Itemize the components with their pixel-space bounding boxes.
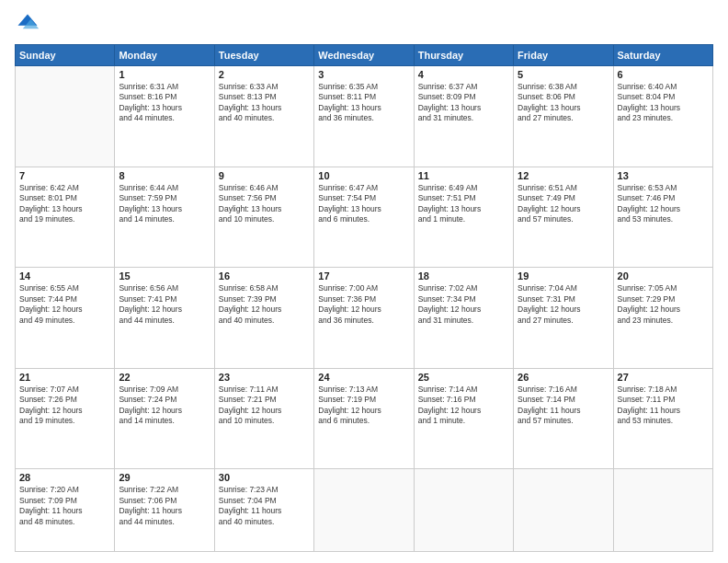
table-cell: 28Sunrise: 7:20 AMSunset: 7:09 PMDayligh…: [16, 469, 115, 552]
table-cell: [613, 469, 712, 552]
table-cell: 1Sunrise: 6:31 AMSunset: 8:16 PMDaylight…: [115, 66, 214, 167]
day-number: 6: [618, 69, 709, 80]
table-cell: 9Sunrise: 6:46 AMSunset: 7:56 PMDaylight…: [214, 167, 313, 268]
cell-content: Sunrise: 6:55 AMSunset: 7:44 PMDaylight:…: [19, 283, 110, 326]
cell-content: Sunrise: 6:53 AMSunset: 7:46 PMDaylight:…: [618, 183, 709, 225]
day-number: 5: [518, 69, 609, 80]
table-cell: 21Sunrise: 7:07 AMSunset: 7:26 PMDayligh…: [16, 368, 115, 469]
day-number: 7: [19, 170, 110, 181]
cell-content: Sunrise: 6:58 AMSunset: 7:39 PMDaylight:…: [219, 283, 310, 326]
day-number: 25: [418, 372, 509, 383]
page: Sunday Monday Tuesday Wednesday Thursday…: [0, 0, 728, 563]
day-number: 30: [219, 472, 310, 483]
day-number: 2: [219, 69, 310, 80]
day-number: 10: [318, 170, 409, 181]
day-number: 28: [19, 472, 110, 483]
day-number: 19: [518, 270, 609, 282]
table-cell: 7Sunrise: 6:42 AMSunset: 8:01 PMDaylight…: [16, 167, 115, 268]
table-cell: 26Sunrise: 7:16 AMSunset: 7:14 PMDayligh…: [514, 368, 613, 469]
table-cell: 18Sunrise: 7:02 AMSunset: 7:34 PMDayligh…: [414, 268, 513, 369]
table-cell: 29Sunrise: 7:22 AMSunset: 7:06 PMDayligh…: [115, 469, 214, 552]
table-cell: 20Sunrise: 7:05 AMSunset: 7:29 PMDayligh…: [613, 268, 712, 369]
cell-content: Sunrise: 6:47 AMSunset: 7:54 PMDaylight:…: [318, 183, 409, 225]
day-number: 18: [418, 270, 509, 282]
day-number: 20: [618, 270, 709, 282]
cell-content: Sunrise: 7:20 AMSunset: 7:09 PMDaylight:…: [19, 485, 110, 527]
cell-content: Sunrise: 7:04 AMSunset: 7:31 PMDaylight:…: [518, 283, 609, 326]
table-cell: 24Sunrise: 7:13 AMSunset: 7:19 PMDayligh…: [314, 368, 414, 469]
cell-content: Sunrise: 7:07 AMSunset: 7:26 PMDaylight:…: [19, 385, 110, 427]
col-sunday: Sunday: [16, 45, 115, 66]
cell-content: Sunrise: 6:38 AMSunset: 8:06 PMDaylight:…: [518, 82, 609, 124]
cell-content: Sunrise: 7:00 AMSunset: 7:36 PMDaylight:…: [318, 283, 409, 326]
day-number: 1: [119, 69, 210, 80]
cell-content: Sunrise: 6:56 AMSunset: 7:41 PMDaylight:…: [119, 283, 210, 326]
table-cell: 23Sunrise: 7:11 AMSunset: 7:21 PMDayligh…: [214, 368, 313, 469]
day-number: 9: [219, 170, 310, 181]
col-friday: Friday: [514, 45, 613, 66]
table-cell: [16, 66, 115, 167]
cell-content: Sunrise: 6:46 AMSunset: 7:56 PMDaylight:…: [219, 183, 310, 225]
table-cell: 2Sunrise: 6:33 AMSunset: 8:13 PMDaylight…: [214, 66, 313, 167]
cell-content: Sunrise: 6:33 AMSunset: 8:13 PMDaylight:…: [219, 82, 310, 124]
table-cell: 25Sunrise: 7:14 AMSunset: 7:16 PMDayligh…: [414, 368, 513, 469]
day-number: 12: [518, 170, 609, 181]
table-cell: 22Sunrise: 7:09 AMSunset: 7:24 PMDayligh…: [115, 368, 214, 469]
col-saturday: Saturday: [613, 45, 712, 66]
day-number: 13: [618, 170, 709, 181]
col-thursday: Thursday: [414, 45, 513, 66]
table-cell: 6Sunrise: 6:40 AMSunset: 8:04 PMDaylight…: [613, 66, 712, 167]
day-number: 26: [518, 372, 609, 383]
cell-content: Sunrise: 7:22 AMSunset: 7:06 PMDaylight:…: [119, 485, 210, 527]
day-number: 3: [318, 69, 409, 80]
day-number: 17: [318, 270, 409, 282]
table-cell: 17Sunrise: 7:00 AMSunset: 7:36 PMDayligh…: [314, 268, 414, 369]
day-number: 8: [119, 170, 210, 181]
day-number: 11: [418, 170, 509, 181]
cell-content: Sunrise: 6:40 AMSunset: 8:04 PMDaylight:…: [618, 82, 709, 124]
table-cell: 16Sunrise: 6:58 AMSunset: 7:39 PMDayligh…: [214, 268, 313, 369]
table-cell: 4Sunrise: 6:37 AMSunset: 8:09 PMDaylight…: [414, 66, 513, 167]
cell-content: Sunrise: 7:11 AMSunset: 7:21 PMDaylight:…: [219, 385, 310, 427]
logo: [15, 11, 44, 37]
col-wednesday: Wednesday: [314, 45, 414, 66]
day-number: 4: [418, 69, 509, 80]
table-cell: 19Sunrise: 7:04 AMSunset: 7:31 PMDayligh…: [514, 268, 613, 369]
cell-content: Sunrise: 6:51 AMSunset: 7:49 PMDaylight:…: [518, 183, 609, 225]
cell-content: Sunrise: 6:49 AMSunset: 7:51 PMDaylight:…: [418, 183, 509, 225]
table-cell: [414, 469, 513, 552]
cell-content: Sunrise: 6:35 AMSunset: 8:11 PMDaylight:…: [318, 82, 409, 124]
header-row: Sunday Monday Tuesday Wednesday Thursday…: [16, 45, 713, 66]
day-number: 14: [19, 270, 110, 282]
cell-content: Sunrise: 7:16 AMSunset: 7:14 PMDaylight:…: [518, 385, 609, 427]
cell-content: Sunrise: 6:37 AMSunset: 8:09 PMDaylight:…: [418, 82, 509, 124]
table-cell: 3Sunrise: 6:35 AMSunset: 8:11 PMDaylight…: [314, 66, 414, 167]
cell-content: Sunrise: 6:42 AMSunset: 8:01 PMDaylight:…: [19, 183, 110, 225]
col-tuesday: Tuesday: [214, 45, 313, 66]
cell-content: Sunrise: 7:18 AMSunset: 7:11 PMDaylight:…: [618, 385, 709, 427]
day-number: 22: [119, 372, 210, 383]
table-cell: 13Sunrise: 6:53 AMSunset: 7:46 PMDayligh…: [613, 167, 712, 268]
day-number: 27: [618, 372, 709, 383]
cell-content: Sunrise: 6:31 AMSunset: 8:16 PMDaylight:…: [119, 82, 210, 124]
table-cell: 10Sunrise: 6:47 AMSunset: 7:54 PMDayligh…: [314, 167, 414, 268]
cell-content: Sunrise: 7:14 AMSunset: 7:16 PMDaylight:…: [418, 385, 509, 427]
header: [15, 11, 713, 37]
table-cell: 12Sunrise: 6:51 AMSunset: 7:49 PMDayligh…: [514, 167, 613, 268]
table-cell: 8Sunrise: 6:44 AMSunset: 7:59 PMDaylight…: [115, 167, 214, 268]
cell-content: Sunrise: 7:13 AMSunset: 7:19 PMDaylight:…: [318, 385, 409, 427]
day-number: 24: [318, 372, 409, 383]
table-cell: [514, 469, 613, 552]
cell-content: Sunrise: 7:09 AMSunset: 7:24 PMDaylight:…: [119, 385, 210, 427]
table-cell: 15Sunrise: 6:56 AMSunset: 7:41 PMDayligh…: [115, 268, 214, 369]
day-number: 23: [219, 372, 310, 383]
cell-content: Sunrise: 7:02 AMSunset: 7:34 PMDaylight:…: [418, 283, 509, 326]
day-number: 21: [19, 372, 110, 383]
logo-icon: [15, 11, 40, 37]
table-cell: 11Sunrise: 6:49 AMSunset: 7:51 PMDayligh…: [414, 167, 513, 268]
table-cell: 27Sunrise: 7:18 AMSunset: 7:11 PMDayligh…: [613, 368, 712, 469]
day-number: 15: [119, 270, 210, 282]
day-number: 29: [119, 472, 210, 483]
cell-content: Sunrise: 7:05 AMSunset: 7:29 PMDaylight:…: [618, 283, 709, 326]
day-number: 16: [219, 270, 310, 282]
